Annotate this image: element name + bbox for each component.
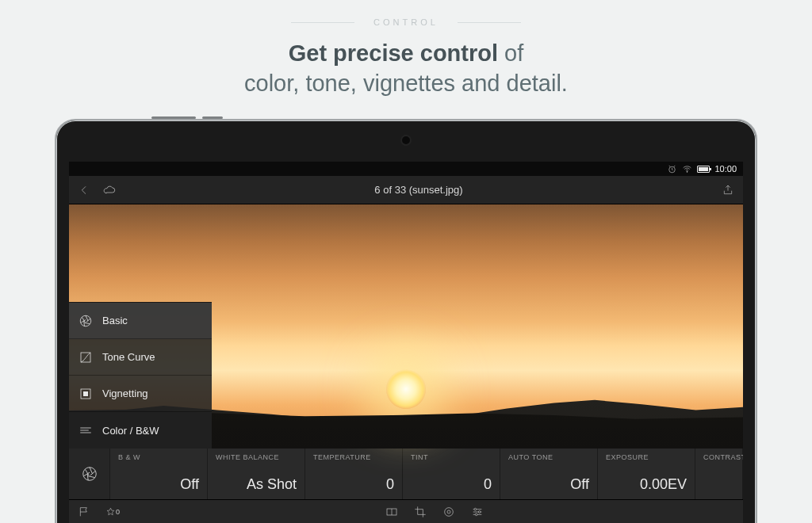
menu-item-vignetting[interactable]: Vignetting (69, 376, 212, 412)
param-auto-tone[interactable]: AUTO TONE Off (500, 449, 598, 499)
hero-headline-strong: Get precise control (289, 40, 498, 66)
tablet-hw-button (202, 116, 223, 119)
hero-headline-rest1: of (498, 40, 523, 66)
param-value: Off (508, 476, 589, 493)
param-label: EXPOSURE (606, 453, 687, 461)
cloud-icon[interactable] (102, 183, 117, 197)
tablet-frame: 10:00 6 of 33 (sunset.jpg) (55, 119, 757, 523)
menu-item-color-bw[interactable]: Color / B&W (69, 412, 212, 449)
aperture-icon (79, 314, 93, 328)
param-tint[interactable]: TINT 0 (403, 449, 500, 499)
compare-icon[interactable] (385, 505, 399, 519)
menu-item-basic[interactable]: Basic (69, 303, 212, 339)
wifi-icon (682, 164, 692, 174)
param-lead-icon[interactable] (69, 449, 110, 499)
svg-point-11 (478, 510, 481, 513)
menu-item-label: Vignetting (102, 387, 148, 399)
param-value: 0 (313, 476, 394, 493)
param-temperature[interactable]: TEMPERATURE 0 (305, 449, 403, 499)
param-label: TINT (411, 453, 492, 461)
param-label: B & W (118, 453, 199, 461)
svg-point-2 (80, 315, 91, 326)
param-exposure[interactable]: EXPOSURE 0.00EV (598, 449, 695, 499)
menu-item-tone-curve[interactable]: Tone Curve (69, 339, 212, 376)
battery-icon (697, 166, 710, 173)
tablet-hw-button (151, 116, 196, 119)
alarm-icon (667, 164, 677, 174)
param-white-balance[interactable]: WHITE BALANCE As Shot (208, 449, 305, 499)
param-strip: B & W Off WHITE BALANCE As Shot TEMPERAT… (69, 449, 743, 499)
status-bar: 10:00 (69, 162, 743, 176)
hero-headline: Get precise control of color, tone, vign… (0, 38, 812, 98)
status-time: 10:00 (714, 164, 737, 174)
param-value: As Shot (216, 476, 297, 493)
param-label: AUTO TONE (508, 453, 589, 461)
svg-rect-5 (83, 391, 88, 396)
tone-curve-icon (79, 350, 93, 365)
photo-canvas[interactable]: Basic Tone Curve Vignetting (69, 204, 743, 449)
param-label: WHITE BALANCE (216, 453, 297, 461)
menu-item-label: Color / B&W (102, 425, 159, 437)
svg-point-8 (445, 507, 454, 516)
presets-icon[interactable] (442, 505, 456, 519)
edit-menu-popup: Basic Tone Curve Vignetting (69, 302, 212, 449)
menu-item-label: Basic (102, 315, 128, 326)
app-bar: 6 of 33 (sunset.jpg) (69, 176, 743, 204)
bottom-bar: 0 (69, 499, 743, 523)
flag-icon[interactable] (77, 505, 91, 519)
param-bw[interactable]: B & W Off (110, 449, 208, 499)
rule-right (458, 22, 521, 23)
tablet-camera (402, 136, 410, 144)
sliders-icon[interactable] (470, 505, 485, 519)
param-value: 0 (411, 476, 492, 493)
sun (386, 369, 426, 409)
hero-kicker-row: CONTROL (0, 17, 812, 27)
star-rating-icon[interactable]: 0 (105, 505, 120, 519)
param-value: Off (118, 476, 199, 493)
star-rating-value: 0 (116, 508, 120, 516)
svg-point-6 (82, 468, 96, 481)
vignette-icon (79, 387, 93, 401)
param-label: TEMPERATURE (313, 453, 394, 461)
hero: CONTROL Get precise control of color, to… (0, 0, 812, 98)
hero-headline-line2: color, tone, vignettes and detail. (244, 71, 568, 96)
svg-point-1 (687, 171, 688, 172)
svg-point-10 (474, 508, 477, 510)
back-button[interactable] (77, 183, 91, 197)
screen: 10:00 6 of 33 (sunset.jpg) (69, 162, 743, 523)
param-contrast[interactable]: CONTRAST (695, 449, 743, 499)
menu-item-label: Tone Curve (102, 351, 155, 363)
crop-icon[interactable] (413, 505, 427, 519)
param-label: CONTRAST (703, 453, 734, 461)
svg-point-9 (447, 510, 450, 513)
param-value: 0.00EV (606, 476, 687, 493)
rule-left (291, 22, 354, 23)
split-tone-icon (79, 423, 93, 437)
hero-kicker: CONTROL (373, 17, 439, 27)
share-button[interactable] (721, 183, 735, 197)
svg-point-12 (475, 513, 477, 516)
appbar-title: 6 of 33 (sunset.jpg) (374, 184, 462, 196)
